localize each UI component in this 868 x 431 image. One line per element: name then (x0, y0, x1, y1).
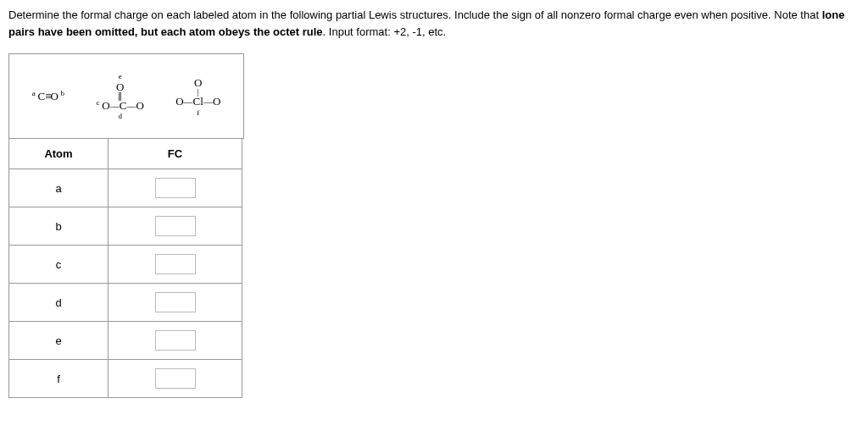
lewis-structures-box: a C≡O b e O ‖ c O—C—O d O | O—Cl—O f (8, 53, 244, 139)
structure-2: e O ‖ c O—C—O d (97, 72, 144, 121)
atom-c-1: C (37, 90, 45, 102)
atom-cell: d (9, 284, 108, 322)
fc-input-a[interactable] (155, 178, 196, 198)
fc-input-c[interactable] (155, 254, 196, 274)
label-a: a (32, 89, 36, 97)
answer-table: Atom FC a b c d e f (8, 138, 242, 398)
question-text: Determine the formal charge on each labe… (8, 7, 860, 40)
label-e: e (119, 72, 122, 80)
table-row: a (9, 169, 242, 207)
table-row: d (9, 284, 242, 322)
atom-o-right-3: O (213, 95, 220, 108)
atom-o-right-2: O (136, 98, 143, 111)
label-b: b (61, 89, 65, 97)
question-pre: Determine the formal charge on each labe… (8, 8, 822, 21)
atom-cell: a (9, 169, 108, 207)
atom-o-left-3: O (175, 95, 183, 108)
table-row: b (9, 207, 242, 246)
atom-cell: f (9, 360, 108, 398)
question-post: . Input format: +2, -1, etc. (323, 25, 447, 38)
atom-cell: b (9, 207, 108, 246)
atom-o-1: O (50, 90, 58, 102)
fc-input-f[interactable] (155, 368, 196, 389)
label-f: f (197, 108, 199, 117)
atom-c-2: C (120, 98, 127, 111)
structure-3: O | O—Cl—O f (175, 76, 220, 117)
structure-1: a C≡O b (32, 90, 64, 102)
table-row: e (9, 322, 242, 360)
atom-cl-3: Cl (193, 95, 203, 108)
atom-cell: e (9, 322, 108, 360)
fc-input-d[interactable] (155, 292, 196, 312)
fc-input-b[interactable] (155, 216, 196, 236)
header-fc: FC (108, 139, 242, 169)
label-c: c (97, 98, 100, 107)
table-row: c (9, 246, 242, 284)
header-atom: Atom (9, 139, 108, 169)
atom-cell: c (9, 246, 108, 284)
atom-o-left-2: O (102, 98, 109, 111)
fc-input-e[interactable] (155, 330, 196, 351)
table-row: f (9, 360, 242, 398)
label-d: d (118, 112, 122, 120)
